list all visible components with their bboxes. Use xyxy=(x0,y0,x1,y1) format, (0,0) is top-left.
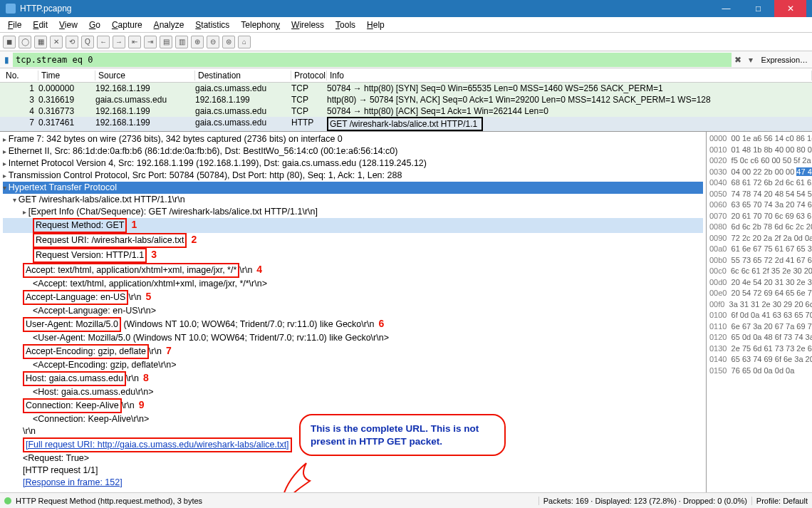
detail-http[interactable]: Hypertext Transfer Protocol xyxy=(3,182,703,194)
detail-accept-encoding-value[interactable]: <Accept-Encoding: gzip, deflate\r\n> xyxy=(3,359,703,371)
hex-line[interactable]: 0030 04 00 22 2b 00 00 47 45 54 20 2f 77… xyxy=(709,167,809,178)
packet-details-pane[interactable]: Frame 7: 342 bytes on wire (2736 bits), … xyxy=(0,132,707,497)
hex-line[interactable]: 00c0 6c 6c 61 2f 35 2e 30 20 28 57 69 6e… xyxy=(709,266,809,277)
detail-ip[interactable]: Internet Protocol Version 4, Src: 192.16… xyxy=(3,157,703,170)
window-title: HTTP.pcapng xyxy=(20,4,710,14)
toolbar-btn[interactable]: ⇤ xyxy=(128,36,141,48)
hex-line[interactable]: 0020 f5 0c c6 60 00 50 5f 2a af d0 ed ed… xyxy=(709,155,809,167)
toolbar-btn[interactable]: ⌂ xyxy=(238,36,251,48)
packet-row[interactable]: 70.317461192.168.1.199gaia.cs.umass.eduH… xyxy=(0,117,812,131)
menu-view[interactable]: View xyxy=(54,19,83,31)
col-no[interactable]: No. xyxy=(3,71,38,81)
hex-line[interactable]: 00a0 61 6e 67 75 61 67 65 3a 20 65 6e 2d… xyxy=(709,244,809,255)
hex-line[interactable]: 0130 2e 75 6d 61 73 73 2e 65 64 75 0d 0a… xyxy=(709,343,809,355)
hex-line[interactable]: 00d0 20 4e 54 20 31 30 2e 30 3b 20 57 4f… xyxy=(709,277,809,289)
menu-help[interactable]: Help xyxy=(362,19,390,31)
detail-ethernet[interactable]: Ethernet II, Src: 86:1d:de:0a:fb:b6 (86:… xyxy=(3,145,703,157)
hex-line[interactable]: 0060 63 65 70 74 3a 20 74 65 78 74 2f 68… xyxy=(709,199,809,211)
hex-line[interactable]: 0120 65 0d 0a 48 6f 73 74 3a 20 67 61 69… xyxy=(709,332,809,343)
detail-user-agent-value[interactable]: <User-Agent: Mozilla/5.0 (Windows NT 10.… xyxy=(3,332,703,344)
detail-host-value[interactable]: <Host: gaia.cs.umass.edu\r\n> xyxy=(3,386,703,398)
col-time[interactable]: Time xyxy=(38,71,95,81)
detail-tcp[interactable]: Transmission Control Protocol, Src Port:… xyxy=(3,170,703,182)
detail-accept-encoding[interactable]: Accept-Encoding: gzip, deflate\r\n7 xyxy=(3,344,703,359)
detail-frame[interactable]: Frame 7: 342 bytes on wire (2736 bits), … xyxy=(3,133,703,145)
detail-get-line[interactable]: GET /wireshark-labs/alice.txt HTTP/1.1\r… xyxy=(3,194,703,206)
app-icon xyxy=(6,4,16,14)
menu-telephony[interactable]: Telephony xyxy=(236,19,285,31)
toolbar-btn[interactable]: → xyxy=(113,36,125,48)
packet-list-header: No. Time Source Destination Protocol Inf… xyxy=(0,68,812,83)
hex-dump-pane[interactable]: 0000 00 1e a6 56 14 c0 86 1d de 0a fb b6… xyxy=(707,132,812,497)
detail-accept-language-value[interactable]: <Accept-Language: en-US\r\n> xyxy=(3,305,703,317)
hex-line[interactable]: 0110 6e 67 3a 20 67 7a 69 70 2c 20 64 65… xyxy=(709,321,809,333)
menu-file[interactable]: File xyxy=(3,19,26,31)
menu-go[interactable]: Go xyxy=(84,19,105,31)
display-filter-input[interactable] xyxy=(13,53,732,67)
packet-row[interactable]: 10.000000192.168.1.199gaia.cs.umass.eduT… xyxy=(0,83,812,94)
filter-clear-icon[interactable]: ✖ xyxy=(732,55,744,65)
col-proto[interactable]: Protocol xyxy=(291,71,327,81)
minimize-button[interactable]: — xyxy=(710,0,742,17)
toolbar-btn[interactable]: ▥ xyxy=(175,36,188,48)
col-source[interactable]: Source xyxy=(95,71,195,81)
close-button[interactable]: ✕ xyxy=(774,0,806,17)
detail-http-request-1-1[interactable]: [HTTP request 1/1] xyxy=(3,465,703,477)
hex-line[interactable]: 0150 76 65 0d 0a 0d 0a xyxy=(709,366,809,377)
filter-expression-button[interactable]: Expression… xyxy=(757,56,812,64)
hex-line[interactable]: 0070 20 61 70 70 6c 69 63 61 74 69 6f 6e… xyxy=(709,211,809,222)
toolbar-btn[interactable]: ⊖ xyxy=(207,36,219,48)
hex-line[interactable]: 00f0 3a 31 31 2e 30 29 20 6c 69 6b 65 20… xyxy=(709,299,809,311)
filter-dropdown-icon[interactable]: ▾ xyxy=(744,55,757,65)
packet-row[interactable]: 30.316619gaia.cs.umass.edu192.168.1.199T… xyxy=(0,94,812,105)
toolbar-btn[interactable]: ⇥ xyxy=(144,36,157,48)
maximize-button[interactable]: □ xyxy=(742,0,774,17)
detail-accept[interactable]: Accept: text/html, application/xhtml+xml… xyxy=(3,263,703,278)
detail-accept-language[interactable]: Accept-Language: en-US\r\n5 xyxy=(3,290,703,305)
toolbar-btn[interactable]: Q xyxy=(81,36,94,48)
detail-response-frame[interactable]: [Response in frame: 152] xyxy=(3,477,703,489)
menu-statistics[interactable]: Statistics xyxy=(190,19,234,31)
hex-line[interactable]: 0010 01 48 1b 8b 40 00 80 06 a6 31 c0 a8… xyxy=(709,145,809,156)
hex-line[interactable]: 0090 72 2c 20 2a 2f 2a 0d 0a 41 63 63 65… xyxy=(709,233,809,244)
hex-line[interactable]: 0050 74 78 74 20 48 54 54 50 2f 31 2e 31… xyxy=(709,189,809,200)
menu-edit[interactable]: Edit xyxy=(28,19,53,31)
hex-line[interactable]: 00b0 55 73 65 72 2d 41 67 65 6e 74 3a 20… xyxy=(709,255,809,266)
menu-analyze[interactable]: Analyze xyxy=(149,19,189,31)
packet-row[interactable]: 40.316773192.168.1.199gaia.cs.umass.eduT… xyxy=(0,105,812,117)
hex-line[interactable]: 0040 68 61 72 6b 2d 6c 61 62 73 2f 61 6c… xyxy=(709,177,809,189)
detail-connection[interactable]: Connection: Keep-Alive\r\n9 xyxy=(3,398,703,413)
detail-request-uri[interactable]: Request URI: /wireshark-labs/alice.txt2 xyxy=(3,233,703,248)
toolbar-btn[interactable]: ⊕ xyxy=(191,36,204,48)
toolbar-btn[interactable]: ⊜ xyxy=(222,36,235,48)
hex-line[interactable]: 0140 65 63 74 69 6f 6e 3a 20 4b 65 65 70… xyxy=(709,354,809,366)
detail-expert[interactable]: [Expert Info (Chat/Sequence): GET /wires… xyxy=(3,206,703,218)
detail-host[interactable]: Host: gaia.cs.umass.edu\r\n8 xyxy=(3,371,703,386)
detail-request-method[interactable]: Request Method: GET1 xyxy=(3,218,703,233)
menu-bar: File Edit View Go Capture Analyze Statis… xyxy=(0,17,812,33)
packet-list[interactable]: 10.000000192.168.1.199gaia.cs.umass.eduT… xyxy=(0,83,812,131)
toolbar-btn[interactable]: ← xyxy=(97,36,110,48)
filter-bookmark-icon[interactable]: ▮ xyxy=(0,55,13,65)
menu-wireless[interactable]: Wireless xyxy=(286,19,329,31)
menu-capture[interactable]: Capture xyxy=(107,19,147,31)
col-dest[interactable]: Destination xyxy=(195,71,291,81)
toolbar-btn[interactable]: ▦ xyxy=(34,36,47,48)
col-info[interactable]: Info xyxy=(327,71,812,81)
hex-line[interactable]: 0000 00 1e a6 56 14 c0 86 1d de 0a fb b6… xyxy=(709,133,809,145)
callout-tail-icon xyxy=(278,460,328,497)
filter-bar: ▮ ✖ ▾ Expression… xyxy=(0,51,812,68)
toolbar-btn[interactable]: ⟲ xyxy=(66,36,78,48)
detail-user-agent[interactable]: User-Agent: Mozilla/5.0 (Windows NT 10.0… xyxy=(3,317,703,332)
toolbar-btn[interactable]: ◯ xyxy=(19,36,31,48)
hex-line[interactable]: 00e0 20 54 72 69 64 65 6e 74 2f 37 2e 30… xyxy=(709,288,809,299)
menu-tools[interactable]: Tools xyxy=(330,19,360,31)
hex-line[interactable]: 0080 6d 6c 2b 78 6d 6c 2c 20 69 6d 61 67… xyxy=(709,222,809,233)
hex-line[interactable]: 0100 6f 0d 0a 41 63 63 65 70 74 2d 45 6e… xyxy=(709,310,809,321)
toolbar-btn[interactable]: ✕ xyxy=(50,36,63,48)
toolbar-btn[interactable]: ◼ xyxy=(3,36,16,48)
toolbar-btn[interactable]: ▤ xyxy=(160,36,172,48)
detail-accept-value[interactable]: <Accept: text/html, application/xhtml+xm… xyxy=(3,278,703,290)
detail-request-version[interactable]: Request Version: HTTP/1.13 xyxy=(3,248,703,263)
status-profile[interactable]: Profile: Default xyxy=(751,497,812,505)
